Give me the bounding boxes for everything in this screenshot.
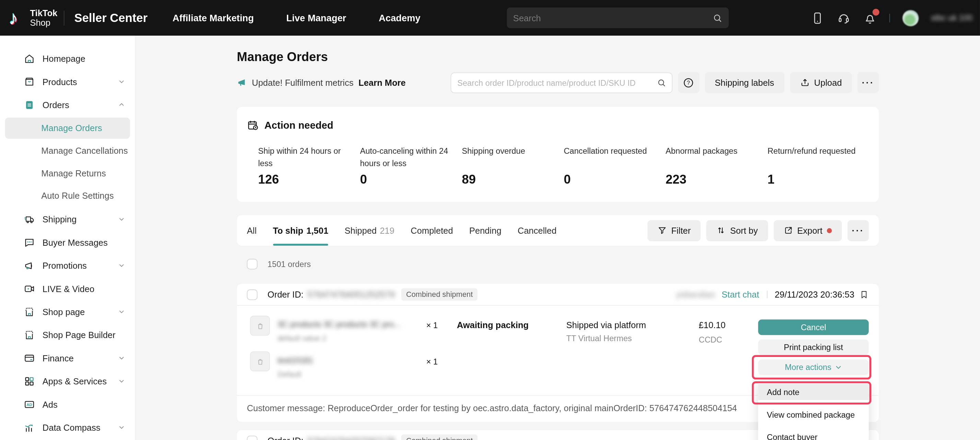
sidebar-item-data-compass[interactable]: Data Compass <box>0 416 135 438</box>
select-all-checkbox[interactable] <box>247 258 257 269</box>
menu-item-add-note[interactable]: Add note <box>758 384 869 400</box>
tab-shipped[interactable]: Shipped219 <box>345 215 394 246</box>
order-status: Awaiting packing <box>457 320 528 330</box>
filter-button[interactable]: Filter <box>648 220 701 241</box>
sort-by-button[interactable]: Sort by <box>706 220 768 241</box>
sidebar-item-manage-cancellations[interactable]: Manage Cancellations <box>5 140 130 161</box>
sidebar-item-buyer-messages[interactable]: Buyer Messages <box>0 231 135 253</box>
nav-seller-center[interactable]: Seller Center <box>74 11 148 25</box>
product-thumbnail[interactable] <box>250 316 270 336</box>
tab-cancelled[interactable]: Cancelled <box>517 215 556 246</box>
shipping-labels-button[interactable]: Shipping labels <box>705 72 784 93</box>
menu-item-view-combined-package[interactable]: View combined package <box>758 407 869 422</box>
product-thumbnail[interactable] <box>250 351 270 371</box>
nav-link-academy[interactable]: Academy <box>379 12 420 23</box>
sidebar-item-products[interactable]: Products <box>0 70 135 93</box>
account-name[interactable]: stbc uk 100 <box>931 13 972 22</box>
help-button[interactable]: ? <box>678 72 699 93</box>
shipping-truck-icon <box>24 214 35 225</box>
buyer-name: yidiandian <box>676 289 716 299</box>
chevron-down-icon <box>118 308 125 315</box>
sidebar-item-promotions[interactable]: Promotions <box>0 253 135 277</box>
tab-pending[interactable]: Pending <box>469 215 502 246</box>
upload-button[interactable]: Upload <box>790 72 852 93</box>
sidebar-item-shipping[interactable]: Shipping <box>0 208 135 231</box>
shop-page-builder-icon <box>24 329 35 341</box>
apps-services-grid-icon <box>24 375 35 387</box>
sidebar-item-apps-services[interactable]: Apps & Services <box>0 369 135 392</box>
more-actions-button[interactable]: More actions <box>758 359 869 375</box>
account-avatar[interactable] <box>902 10 918 26</box>
sidebar-item-orders[interactable]: Orders <box>0 93 135 116</box>
metric-shipping-overdue: Shipping overdue 89 <box>462 145 564 187</box>
print-packing-list-button[interactable]: Print packing list <box>758 340 869 355</box>
promotions-megaphone-icon <box>24 260 35 271</box>
search-icon[interactable] <box>712 13 722 23</box>
export-button[interactable]: Export <box>773 220 842 241</box>
chevron-up-icon <box>118 101 125 108</box>
search-icon[interactable] <box>657 78 666 87</box>
sidebar-item-shop-page[interactable]: Shop page <box>0 300 135 323</box>
chevron-down-icon <box>118 78 125 85</box>
action-needed-icon <box>247 120 259 131</box>
mobile-app-icon[interactable] <box>810 11 824 25</box>
sidebar-item-manage-returns[interactable]: Manage Returns <box>5 163 130 184</box>
metric-auto-cancel: Auto-canceling within 24 hours or less 0 <box>360 145 462 187</box>
seller-center-app: ♪♪♪ TikTok Shop Seller Center Affiliate … <box>0 0 980 440</box>
order-select-checkbox[interactable] <box>247 435 257 440</box>
tiktok-shop-logo[interactable]: ♪♪♪ TikTok Shop <box>0 7 57 29</box>
nav-link-affiliate-marketing[interactable]: Affiliate Marketing <box>173 12 254 23</box>
sidebar-item-homepage[interactable]: Homepage <box>0 47 135 70</box>
sidebar-item-finance[interactable]: Finance <box>0 346 135 369</box>
tabs-more-button[interactable]: ··· <box>848 220 869 241</box>
order-select-checkbox[interactable] <box>247 289 257 300</box>
tab-all[interactable]: All <box>247 215 256 246</box>
chevron-down-icon <box>118 378 125 384</box>
brand-line2: Shop <box>30 18 57 27</box>
nav-link-live-manager[interactable]: Live Manager <box>286 12 346 23</box>
action-needed-card: Action needed Ship within 24 hours or le… <box>237 107 879 202</box>
export-icon <box>783 226 793 235</box>
carrier-name: TT Virtual Hermes <box>566 334 632 343</box>
data-compass-icon <box>24 422 35 433</box>
upload-icon <box>800 78 810 88</box>
sidebar-item-manage-orders[interactable]: Manage Orders <box>5 117 130 139</box>
product-title[interactable]: 3C products 3C products 3C pro... <box>278 319 418 329</box>
shipping-method: Shipped via platform <box>566 320 646 330</box>
support-headset-icon[interactable] <box>837 11 850 25</box>
order-card-1: Order ID: 576474764051252579 Combined sh… <box>237 284 879 422</box>
cancel-button[interactable]: Cancel <box>758 319 869 335</box>
metric-cancellation-requested: Cancellation requested 0 <box>564 145 666 187</box>
order-search <box>450 72 673 92</box>
tab-to-ship[interactable]: To ship1,501 <box>273 215 328 246</box>
orders-count-label: 1501 orders <box>268 259 311 268</box>
notice-text: Update! Fulfilment metrics <box>252 78 353 88</box>
brand-line1: TikTok <box>30 9 57 18</box>
sidebar-item-live-video[interactable]: LIVE & Video <box>0 277 135 300</box>
learn-more-link[interactable]: Learn More <box>359 78 406 88</box>
header-more-button[interactable]: ··· <box>858 72 879 93</box>
nav-right-cluster: stbc uk 100 <box>810 0 972 36</box>
live-video-icon <box>24 283 35 294</box>
sidebar-item-auto-rule-settings[interactable]: Auto Rule Settings <box>5 185 130 206</box>
product-title[interactable]: test10181 <box>278 356 418 365</box>
tab-completed[interactable]: Completed <box>411 215 453 246</box>
order-search-input[interactable] <box>451 78 656 87</box>
menu-item-contact-buyer[interactable]: Contact buyer <box>758 429 869 440</box>
ads-icon: AD <box>24 399 35 410</box>
sidebar-item-shop-page-builder[interactable]: Shop Page Builder <box>0 323 135 346</box>
bookmark-icon[interactable] <box>859 290 869 299</box>
notification-badge <box>872 9 879 16</box>
order-timestamp: 29/11/2023 20:36:53 <box>775 289 854 299</box>
global-search-input[interactable] <box>507 13 712 23</box>
start-chat-link[interactable]: Start chat <box>722 289 759 299</box>
orders-icon <box>24 99 35 110</box>
filter-icon <box>657 226 667 235</box>
page-title: Manage Orders <box>237 50 879 65</box>
more-actions-dropdown: Add note View combined package Contact b… <box>758 381 869 440</box>
product-variant: Default <box>278 370 301 379</box>
notifications-bell-icon[interactable] <box>863 11 877 25</box>
action-needed-title: Action needed <box>264 120 333 131</box>
finance-card-icon <box>24 352 35 363</box>
sidebar-item-ads[interactable]: AD Ads <box>0 393 135 416</box>
